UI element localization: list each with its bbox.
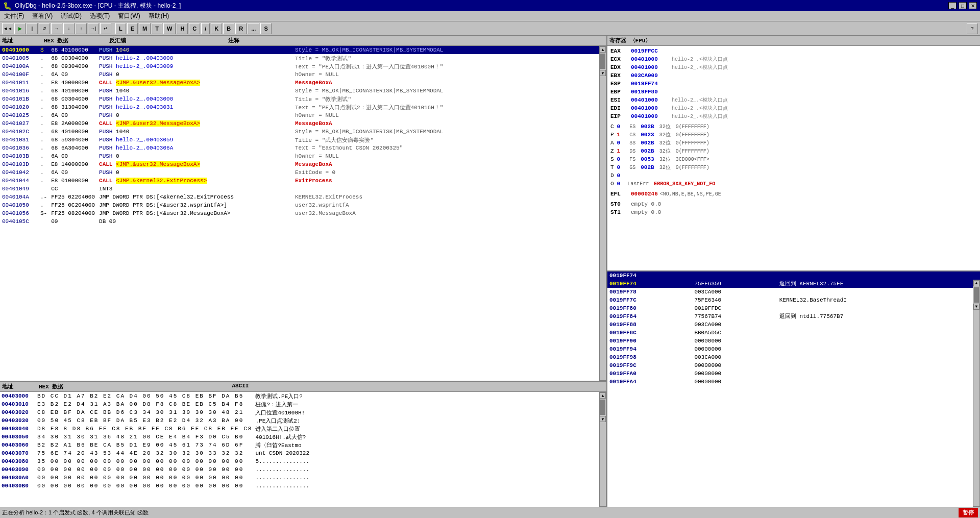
disasm-panel: 地址 HEX 数据 反汇编 注释 00401000 $ 68 40100000 … — [0, 36, 606, 382]
table-row[interactable]: 0040101B . 68 00304000 PUSH hello-2_.004… — [0, 95, 599, 103]
tb-play[interactable]: ▶ — [14, 23, 26, 34]
table-row[interactable]: 00401020 . 68 31304000 PUSH hello-2_.004… — [0, 103, 599, 111]
table-row[interactable]: 00401049 CC INT3 — [0, 185, 599, 193]
table-row[interactable]: 00401011 . E8 40000000 CALL <JMP.&user32… — [0, 79, 599, 87]
table-row[interactable]: 0019FF80 0019FFDC — [607, 304, 973, 312]
tb-source[interactable]: ... — [248, 23, 259, 34]
table-row[interactable]: 0040102C . 68 40100000 PUSH 1040 Style =… — [0, 128, 599, 136]
table-row[interactable]: 00401042 . 6A 00 PUSH 0 ExitCode = 0 — [0, 168, 599, 177]
flag-c: C 0 ES 002B 32位 0(FFFFFFFF) — [608, 122, 979, 131]
table-row[interactable]: 0019FF9C 00000000 — [607, 361, 973, 369]
table-row[interactable]: 00403090 00 00 00 00 00 00 00 00 00 00 0… — [0, 465, 599, 474]
table-row[interactable]: 004030A0 00 00 00 00 00 00 00 00 00 00 0… — [0, 474, 599, 482]
tb-ref[interactable]: R — [235, 23, 247, 34]
table-row[interactable]: 00401036 . 68 6A304000 PUSH hello-2_.004… — [0, 144, 599, 152]
dump-scroll-up[interactable]: ▲ — [600, 392, 606, 399]
reg-ebx: EBX 003CA000 — [608, 71, 979, 80]
disasm-content[interactable]: 00401000 $ 68 40100000 PUSH 1040 Style =… — [0, 46, 599, 381]
scroll-down-btn[interactable]: ▼ — [600, 70, 606, 76]
table-row[interactable]: 00401025 . 6A 00 PUSH 0 hOwner = NULL — [0, 111, 599, 119]
table-row[interactable]: 0019FF78 003CA000 — [607, 288, 973, 296]
stack-scroll-down[interactable]: ▼ — [973, 304, 979, 310]
table-row[interactable]: 00401050 . FF25 0C204000 JMP DWORD PTR D… — [0, 201, 599, 209]
tb-run-to[interactable]: ↵ — [100, 23, 111, 34]
dump-scroll-down[interactable]: ▼ — [600, 416, 606, 422]
table-row[interactable]: 00401016 . 68 40100000 PUSH 1040 Style =… — [0, 87, 599, 95]
tb-pause[interactable]: ‖ — [27, 23, 38, 34]
table-row[interactable]: 00403010 E3 B2 E2 D4 31 A3 BA 00 D8 F8 C… — [0, 400, 599, 408]
dump-scroll-thumb[interactable] — [600, 400, 605, 415]
stack-scrollbar[interactable]: ▲ ▼ — [973, 280, 980, 507]
dump-scrollbar[interactable]: ▲ ▼ — [599, 392, 606, 507]
table-row[interactable]: 0040105C 00 DB 00 — [0, 217, 599, 226]
tb-exec[interactable]: E — [127, 23, 138, 34]
minimize-button[interactable]: _ — [948, 2, 957, 9]
tb-step-into[interactable]: → — [51, 23, 62, 34]
tb-rewind[interactable]: ◄◄ — [2, 23, 13, 34]
table-row[interactable]: 00403080 35 00 00 00 00 00 00 00 00 00 0… — [0, 457, 599, 465]
table-row[interactable]: 0019FF84 77567B74 返回到 ntdll.77567B7 — [607, 312, 973, 320]
table-row[interactable]: 00401031 . 68 59304000 PUSH hello-2_.004… — [0, 136, 599, 144]
table-row[interactable]: 0019FF7C 75FE6340 KERNEL32.BaseThreadI — [607, 296, 973, 304]
tb-slash[interactable]: / — [201, 23, 210, 34]
menu-window[interactable]: 窗口(W) — [114, 11, 144, 21]
tb-handles[interactable]: H — [177, 23, 188, 34]
table-row[interactable]: 00403030 00 50 45 C8 EB BF DA B5 E3 B2 E… — [0, 416, 599, 425]
table-row[interactable]: 0019FFA0 00000000 — [607, 369, 973, 378]
table-row[interactable]: 00403070 75 6E 74 20 43 53 44 4E 20 32 3… — [0, 449, 599, 457]
table-row[interactable]: 0019FF94 00000000 — [607, 345, 973, 353]
tb-patches[interactable]: K — [211, 23, 222, 34]
table-row[interactable]: 0040104A .- FF25 02204000 JMP DWORD PTR … — [0, 193, 599, 201]
scroll-thumb[interactable] — [600, 54, 605, 69]
tb-mem[interactable]: M — [139, 23, 151, 34]
pause-button[interactable]: 暂停 — [959, 508, 978, 517]
menu-options[interactable]: 选项(T) — [86, 11, 114, 21]
tb-animate[interactable]: →| — [88, 23, 99, 34]
table-row[interactable]: 0040100F . 6A 00 PUSH 0 hOwner = NULL — [0, 70, 599, 79]
table-row[interactable]: 0019FF98 003CA000 — [607, 353, 973, 361]
table-row[interactable]: 0040103D . E8 14000000 CALL <JMP.&user32… — [0, 160, 599, 168]
table-row[interactable]: 004030B0 00 00 00 00 00 00 00 00 00 00 0… — [0, 482, 599, 490]
dump-content[interactable]: 00403000 BD CC D1 A7 B2 E2 CA D4 00 50 4… — [0, 392, 599, 507]
table-row[interactable]: 0019FF74 75FE6359 返回到 KERNEL32.75FE — [607, 280, 973, 288]
close-button[interactable]: ✕ — [969, 2, 977, 9]
table-row[interactable]: 00401005 . 68 00304000 PUSH hello-2_.004… — [0, 54, 599, 62]
dump-header: 地址 HEX 数据 ASCII — [0, 382, 606, 392]
stack-scroll-thumb[interactable] — [974, 287, 979, 303]
stack-scroll-up[interactable]: ▲ — [973, 280, 979, 286]
maximize-button[interactable]: □ — [959, 2, 967, 9]
menu-file[interactable]: 文件(F) — [0, 11, 28, 21]
table-row[interactable]: 00401044 . E8 01000000 CALL <JMP.&kernel… — [0, 177, 599, 185]
tb-threads[interactable]: T — [152, 23, 162, 34]
table-row[interactable]: 00403050 34 30 31 30 31 36 48 21 00 CE E… — [0, 433, 599, 441]
menu-help[interactable]: 帮助(H) — [144, 11, 174, 21]
registers-content[interactable]: EAX 0019FFCC ECX 00401000 hello-2_.<模块入口… — [607, 46, 980, 270]
tb-step-out[interactable]: ↑ — [76, 23, 87, 34]
table-row[interactable]: 00401000 $ 68 40100000 PUSH 1040 Style =… — [0, 46, 599, 54]
table-row[interactable]: 00401056 $- FF25 08204000 JMP DWORD PTR … — [0, 209, 599, 217]
table-row[interactable]: 0019FF88 003CA000 — [607, 320, 973, 329]
tb-windows[interactable]: W — [163, 23, 176, 34]
table-row[interactable]: 00403000 BD CC D1 A7 B2 E2 CA D4 00 50 4… — [0, 392, 599, 400]
table-row[interactable]: 00403040 D8 F8 8 D8 B6 FE C8 EB BF FE C8… — [0, 425, 599, 433]
tb-sig[interactable]: S — [260, 23, 271, 34]
disasm-scrollbar[interactable]: ▲ ▼ — [599, 46, 606, 381]
table-row[interactable]: 0019FF90 00000000 — [607, 337, 973, 345]
table-row[interactable]: 00403020 C8 EB BF DA CE BB D6 C3 34 30 3… — [0, 408, 599, 416]
menu-debug[interactable]: 调试(D) — [57, 11, 86, 21]
tb-step-over[interactable]: ↓ — [63, 23, 75, 34]
table-row[interactable]: 0040103B . 6A 00 PUSH 0 hOwner = NULL — [0, 152, 599, 160]
table-row[interactable]: 00401027 . E8 2A000000 CALL <JMP.&user32… — [0, 119, 599, 128]
table-row[interactable]: 0019FFA4 00000000 — [607, 378, 973, 386]
tb-cpu[interactable]: C — [189, 23, 200, 34]
table-row[interactable]: 00403060 B2 B2 A1 B6 BE CA B5 D1 E9 00 4… — [0, 441, 599, 449]
tb-help[interactable]: ? — [967, 23, 978, 34]
tb-log[interactable]: L — [115, 23, 126, 34]
table-row[interactable]: 0040100A . 68 09304000 PUSH hello-2_.004… — [0, 62, 599, 70]
menu-view[interactable]: 查看(V) — [28, 11, 57, 21]
tb-bp[interactable]: B — [223, 23, 234, 34]
tb-restart[interactable]: ↺ — [39, 23, 50, 34]
stack-content[interactable]: 0019FF74 75FE6359 返回到 KERNEL32.75FE 0019… — [607, 280, 973, 507]
scroll-up-btn[interactable]: ▲ — [600, 46, 606, 53]
table-row[interactable]: 0019FF8C BB0A5D5C — [607, 329, 973, 337]
